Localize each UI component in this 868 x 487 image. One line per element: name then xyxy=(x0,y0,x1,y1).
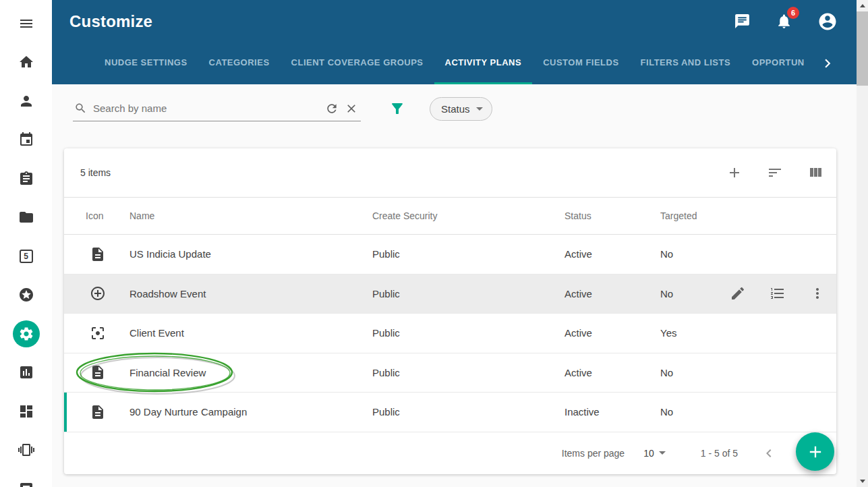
scroll-down-button[interactable] xyxy=(857,476,868,487)
add-item-button[interactable] xyxy=(726,165,743,181)
vibration-icon xyxy=(18,442,34,458)
plus-icon xyxy=(806,442,825,461)
account-circle-icon xyxy=(817,11,838,32)
sidebar-item-extra[interactable] xyxy=(0,469,52,487)
sidebar-item-settings[interactable] xyxy=(0,314,52,353)
table-row[interactable]: Roadshow Event Public Active No xyxy=(64,275,836,314)
more-vert-icon xyxy=(809,285,826,302)
sidebar-item-tasks[interactable] xyxy=(0,159,52,198)
row-actions xyxy=(726,285,826,302)
items-per-page-value: 10 xyxy=(643,448,654,459)
table-row[interactable]: Financial Review Public Active No xyxy=(64,353,836,393)
app-root: 5 Customize 6 NUDGE SETTINGS xyxy=(0,0,868,487)
column-header-status: Status xyxy=(565,210,660,221)
sidebar-item-contacts[interactable] xyxy=(0,82,52,121)
table-row[interactable]: US Indicia Update Public Active No xyxy=(64,235,836,275)
row-name: Financial Review xyxy=(129,367,372,378)
sidebar-item-vibration[interactable] xyxy=(0,431,52,470)
table-row[interactable]: Client Event Public Active Yes xyxy=(64,314,836,353)
prev-page-button[interactable] xyxy=(761,445,777,461)
sort-button[interactable] xyxy=(767,165,783,181)
chevron-down-icon xyxy=(476,107,483,111)
bar-chart-icon xyxy=(18,364,34,380)
view-columns-icon xyxy=(807,165,823,181)
tab-activity-plans[interactable]: ACTIVITY PLANS xyxy=(434,42,533,84)
tab-custom-fields[interactable]: CUSTOM FIELDS xyxy=(532,42,629,84)
person-icon xyxy=(18,93,34,109)
sidebar-item-home[interactable] xyxy=(0,43,52,82)
columns-button[interactable] xyxy=(807,165,823,181)
row-name: Roadshow Event xyxy=(129,288,372,299)
row-status: Active xyxy=(565,367,660,378)
chat-icon xyxy=(734,13,751,30)
scroll-up-button[interactable] xyxy=(857,0,868,11)
list-numbered-icon xyxy=(770,285,786,302)
pencil-icon xyxy=(730,285,746,302)
edit-button[interactable] xyxy=(730,285,746,302)
table-header-row: Icon Name Create Security Status Targete… xyxy=(64,197,836,235)
dashboard-icon xyxy=(18,403,34,420)
row-create-security: Public xyxy=(372,288,565,299)
column-header-icon: Icon xyxy=(80,210,129,221)
settings-tab-bar: NUDGE SETTINGS CATEGORIES CLIENT COVERAG… xyxy=(52,42,857,84)
row-icon xyxy=(80,404,129,420)
items-per-page-select[interactable]: 10 xyxy=(643,448,666,459)
plus-icon xyxy=(726,165,743,181)
main-area: Customize 6 NUDGE SETTINGS CATEGORIES CL… xyxy=(52,0,857,487)
row-status: Active xyxy=(565,248,660,260)
tab-opportunities[interactable]: OPPORTUN xyxy=(741,42,815,84)
pagination-bar: Items per page 10 1 - 5 of 5 xyxy=(64,432,836,474)
notifications-button[interactable]: 6 xyxy=(776,13,792,30)
sidebar-item-reports[interactable] xyxy=(0,353,52,393)
chevron-down-icon xyxy=(659,451,666,455)
sidebar-item-favorites[interactable] xyxy=(0,276,52,315)
items-count: 5 items xyxy=(80,167,111,178)
row-targeted: No xyxy=(660,367,726,378)
column-header-create-security: Create Security xyxy=(372,210,565,221)
column-header-targeted: Targeted xyxy=(660,210,726,221)
gear-icon xyxy=(18,326,34,342)
sidebar-item-folders[interactable] xyxy=(0,198,52,237)
page-title: Customize xyxy=(69,12,152,31)
chevron-right-icon xyxy=(819,55,836,72)
table-row[interactable]: 90 Day Nurture Campaign Public Inactive … xyxy=(64,393,836,432)
triangle-up-icon xyxy=(860,4,865,7)
clear-search-button[interactable] xyxy=(345,102,358,115)
row-icon xyxy=(80,325,129,341)
tab-nudge-settings[interactable]: NUDGE SETTINGS xyxy=(94,42,198,84)
account-button[interactable] xyxy=(817,11,838,32)
funnel-icon xyxy=(389,101,405,117)
row-menu-button[interactable] xyxy=(809,285,826,302)
scrollbar-thumb[interactable] xyxy=(857,11,868,86)
sidebar-item-dashboard[interactable] xyxy=(0,392,52,431)
tabs-scroll-right-button[interactable] xyxy=(809,42,836,84)
refresh-icon xyxy=(325,102,339,115)
filter-button[interactable] xyxy=(389,101,405,117)
tab-categories[interactable]: CATEGORIES xyxy=(198,42,281,84)
search-input[interactable] xyxy=(93,103,319,114)
menu-icon xyxy=(18,16,34,32)
plan-steps-button[interactable] xyxy=(770,285,786,302)
menu-button[interactable] xyxy=(0,4,52,43)
row-status: Inactive xyxy=(565,406,660,418)
row-create-security: Public xyxy=(372,367,565,378)
card-toolbar: 5 items xyxy=(64,148,836,197)
sort-icon xyxy=(767,165,783,181)
chat-button[interactable] xyxy=(734,13,751,30)
column-header-name: Name xyxy=(129,210,372,221)
folder-icon xyxy=(18,209,34,225)
status-filter-chip[interactable]: Status xyxy=(430,97,492,121)
scrollbar[interactable] xyxy=(857,0,868,487)
star-circle-icon xyxy=(18,287,34,303)
row-icon xyxy=(80,364,129,380)
sidebar-item-five[interactable]: 5 xyxy=(0,237,52,276)
refresh-button[interactable] xyxy=(325,102,339,115)
tab-client-coverage-groups[interactable]: CLIENT COVERAGE GROUPS xyxy=(281,42,434,84)
fab-add-button[interactable] xyxy=(796,432,834,471)
tab-filters-and-lists[interactable]: FILTERS AND LISTS xyxy=(630,42,741,84)
looks-five-icon: 5 xyxy=(20,250,33,263)
sidebar-item-calendar[interactable] xyxy=(0,121,52,160)
home-icon xyxy=(18,54,34,70)
clipboard-icon xyxy=(18,171,34,187)
activity-plans-card: 5 items Icon Name Create Security Status… xyxy=(64,148,836,474)
